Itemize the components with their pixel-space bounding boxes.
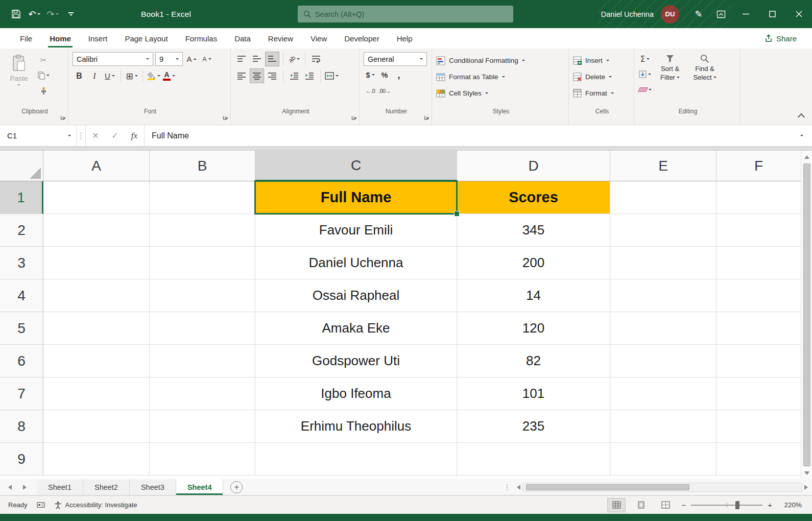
cell-C3[interactable]: Daniel Uchenna [255, 247, 457, 279]
cell-E5[interactable] [610, 312, 717, 345]
sort-filter-button[interactable]: Sort & Filter [654, 52, 686, 104]
sheetbar-drag-handle[interactable]: ⋮ [504, 483, 511, 491]
page-layout-view-button[interactable] [632, 499, 650, 512]
cell-B4[interactable] [150, 279, 255, 312]
cell-A6[interactable] [43, 345, 150, 377]
underline-button[interactable]: U [103, 69, 116, 83]
cell-F7[interactable] [717, 377, 801, 410]
format-cells-button[interactable]: Format [573, 86, 614, 101]
align-right-button[interactable] [266, 69, 279, 83]
merge-center-button[interactable] [325, 69, 339, 83]
scroll-down-button[interactable] [801, 467, 812, 479]
cell-D7[interactable]: 101 [457, 377, 610, 410]
zoom-slider[interactable] [691, 505, 762, 506]
cell-C8[interactable]: Erhimu Theophilus [255, 410, 457, 443]
paste-button[interactable]: Paste [4, 52, 34, 104]
row-header-7[interactable]: 7 [0, 377, 43, 410]
cell-A5[interactable] [43, 312, 150, 345]
conditional-formatting-button[interactable]: Conditional Formatting [436, 53, 525, 68]
row-header-5[interactable]: 5 [0, 312, 43, 345]
column-header-A[interactable]: A [43, 151, 150, 181]
inking-button[interactable]: ✎ [687, 0, 710, 28]
formula-bar-drag-handle[interactable]: ⋮ [77, 125, 86, 146]
cell-F3[interactable] [717, 247, 801, 279]
tab-developer[interactable]: Developer [336, 28, 388, 49]
fill-button[interactable] [638, 67, 652, 81]
scroll-up-button[interactable] [801, 151, 812, 163]
cell-E6[interactable] [610, 345, 717, 377]
cell-E1[interactable] [610, 181, 717, 214]
cell-B8[interactable] [150, 410, 255, 443]
font-color-button[interactable]: A [162, 69, 176, 83]
cell-C4[interactable]: Ossai Rapheal [255, 279, 457, 312]
cell-F5[interactable] [717, 312, 801, 345]
previous-sheet-button[interactable] [8, 485, 12, 490]
share-button[interactable]: Share [765, 34, 797, 43]
clipboard-dialog-launcher[interactable] [60, 114, 66, 120]
cell-E4[interactable] [610, 279, 717, 312]
cell-B5[interactable] [150, 312, 255, 345]
fill-color-button[interactable] [147, 69, 160, 83]
increase-decimal-button[interactable]: ←.0 [364, 84, 377, 98]
decrease-font-size-button[interactable]: A [200, 52, 213, 66]
find-select-button[interactable]: Find & Select [688, 52, 721, 104]
macro-record-icon[interactable] [37, 501, 45, 509]
comma-style-button[interactable]: , [392, 68, 405, 82]
align-middle-button[interactable] [250, 52, 264, 66]
zoom-slider-thumb[interactable] [735, 501, 739, 509]
column-header-D[interactable]: D [457, 151, 610, 181]
sheet-tab-sheet4[interactable]: Sheet4 [176, 479, 224, 495]
cell-D2[interactable]: 345 [457, 214, 610, 247]
autosum-button[interactable]: Σ [638, 52, 652, 66]
cell-D1[interactable]: Scores [457, 181, 610, 214]
column-header-B[interactable]: B [150, 151, 255, 181]
copy-button[interactable] [37, 68, 50, 82]
column-header-E[interactable]: E [610, 151, 717, 181]
maximize-button[interactable] [759, 0, 785, 28]
decrease-indent-button[interactable] [288, 69, 301, 83]
cell-E9[interactable] [610, 443, 717, 476]
vertical-scrollbar-thumb[interactable] [803, 163, 810, 466]
cell-D5[interactable]: 120 [457, 312, 610, 345]
zoom-level[interactable]: 220% [779, 501, 802, 509]
row-header-2[interactable]: 2 [0, 214, 43, 247]
insert-function-button[interactable]: fx [125, 125, 144, 146]
font-dialog-launcher[interactable] [223, 114, 228, 120]
select-all-button[interactable] [0, 151, 43, 181]
row-header-9[interactable]: 9 [0, 443, 43, 476]
cell-D3[interactable]: 200 [457, 247, 610, 279]
cell-F4[interactable] [717, 279, 801, 312]
tab-insert[interactable]: Insert [80, 28, 116, 49]
tab-page-layout[interactable]: Page Layout [116, 28, 176, 49]
expand-formula-bar-button[interactable] [792, 125, 812, 146]
tab-data[interactable]: Data [226, 28, 259, 49]
minimize-button[interactable] [732, 0, 759, 28]
cell-A7[interactable] [43, 377, 150, 410]
cell-D9[interactable] [457, 443, 610, 476]
cell-styles-button[interactable]: Cell Styles [436, 86, 488, 101]
format-painter-button[interactable] [37, 84, 50, 98]
row-header-1[interactable]: 1 [0, 181, 43, 214]
alignment-dialog-launcher[interactable] [351, 114, 357, 120]
cut-button[interactable]: ✂ [37, 53, 50, 67]
cell-B7[interactable] [150, 377, 255, 410]
horizontal-scrollbar[interactable] [522, 483, 802, 492]
orientation-button[interactable]: ab [288, 52, 301, 66]
tab-home[interactable]: Home [41, 28, 80, 49]
sheet-tab-sheet2[interactable]: Sheet2 [83, 479, 130, 495]
cell-F1[interactable] [717, 181, 801, 214]
cell-A1[interactable] [43, 181, 150, 214]
cell-D6[interactable]: 82 [457, 345, 610, 377]
accounting-format-button[interactable]: $ [364, 68, 377, 82]
tab-help[interactable]: Help [388, 28, 421, 49]
row-header-4[interactable]: 4 [0, 279, 43, 312]
cell-D4[interactable]: 14 [457, 279, 610, 312]
cell-C2[interactable]: Favour Emili [255, 214, 457, 247]
save-button[interactable] [8, 6, 23, 23]
zoom-in-button[interactable]: + [768, 501, 772, 509]
format-as-table-button[interactable]: Format as Table [436, 69, 505, 84]
cell-B6[interactable] [150, 345, 255, 377]
row-header-8[interactable]: 8 [0, 410, 43, 443]
cell-F2[interactable] [717, 214, 801, 247]
tab-review[interactable]: Review [259, 28, 302, 49]
